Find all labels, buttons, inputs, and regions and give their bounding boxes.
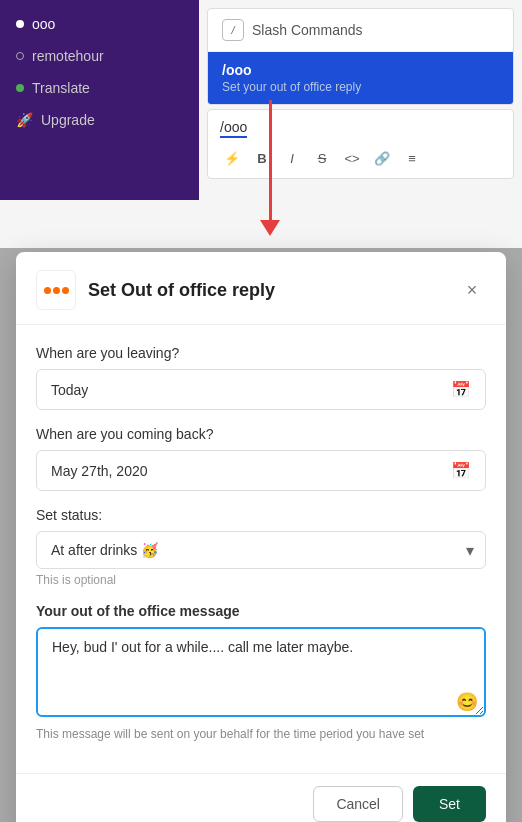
leaving-date-value: Today [51,382,88,398]
status-select[interactable]: At after drinks 🥳 [36,531,486,569]
arrow-head [260,220,280,236]
modal-footer: Cancel Set [16,773,506,822]
message-textarea-wrapper: 😊 [36,627,486,721]
modal-overlay: Set Out of office reply × When are you l… [0,248,522,822]
optional-hint: This is optional [36,573,486,587]
sidebar-item-upgrade[interactable]: 🚀 Upgrade [0,104,199,136]
calendar-icon: 📅 [451,380,471,399]
ooo-modal: Set Out of office reply × When are you l… [16,252,506,822]
lightning-button[interactable]: ⚡ [220,146,244,170]
sidebar-item-label: Translate [32,80,90,96]
arrow-line [269,100,272,220]
coming-back-date-value: May 27th, 2020 [51,463,148,479]
calendar-icon: 📅 [451,461,471,480]
message-hint: This message will be sent on your behalf… [36,727,486,741]
italic-button[interactable]: I [280,146,304,170]
emoji-button[interactable]: 😊 [456,691,478,713]
dot-icon [16,20,24,28]
coming-back-date-input[interactable]: May 27th, 2020 📅 [36,450,486,491]
status-label: Set status: [36,507,486,523]
ooo-logo [44,287,69,294]
slash-item-name: /ooo [222,62,499,78]
leaving-field-group: When are you leaving? Today 📅 [36,345,486,410]
sidebar-item-label: ooo [32,16,55,32]
slash-command-ooo[interactable]: /ooo Set your out of office reply [208,52,513,104]
slash-icon: / [222,19,244,41]
modal-body: When are you leaving? Today 📅 When are y… [16,325,506,773]
slash-item-desc: Set your out of office reply [222,80,499,94]
strikethrough-button[interactable]: S [310,146,334,170]
message-textarea[interactable] [36,627,486,717]
leaving-label: When are you leaving? [36,345,486,361]
modal-title: Set Out of office reply [88,280,446,301]
message-field-group: Your out of the office message 😊 This me… [36,603,486,741]
text-input-area: /ooo ⚡ B I S <> 🔗 ≡ [207,109,514,179]
sidebar-item-label: Upgrade [41,112,95,128]
leaving-date-input[interactable]: Today 📅 [36,369,486,410]
list-button[interactable]: ≡ [400,146,424,170]
input-value[interactable]: /ooo [220,119,247,138]
coming-back-label: When are you coming back? [36,426,486,442]
rocket-icon: 🚀 [16,112,33,128]
slash-commands-panel: / Slash Commands /ooo Set your out of of… [207,8,514,105]
dot-icon [16,84,24,92]
code-button[interactable]: <> [340,146,364,170]
message-label: Your out of the office message [36,603,486,619]
arrow-indicator [260,100,280,236]
status-field-group: Set status: At after drinks 🥳 ▾ This is … [36,507,486,587]
close-button[interactable]: × [458,276,486,304]
set-button[interactable]: Set [413,786,486,822]
sidebar-item-remotehour[interactable]: remotehour [0,40,199,72]
status-select-wrapper: At after drinks 🥳 ▾ [36,531,486,569]
coming-back-field-group: When are you coming back? May 27th, 2020… [36,426,486,491]
sidebar-item-ooo[interactable]: ooo [0,8,199,40]
sidebar-item-translate[interactable]: Translate [0,72,199,104]
modal-header: Set Out of office reply × [16,252,506,325]
link-button[interactable]: 🔗 [370,146,394,170]
sidebar: ooo remotehour Translate 🚀 Upgrade [0,0,199,200]
modal-logo [36,270,76,310]
dot-icon [16,52,24,60]
sidebar-item-label: remotehour [32,48,104,64]
slash-commands-title: Slash Commands [252,22,363,38]
slash-commands-header: / Slash Commands [208,9,513,52]
cancel-button[interactable]: Cancel [313,786,403,822]
